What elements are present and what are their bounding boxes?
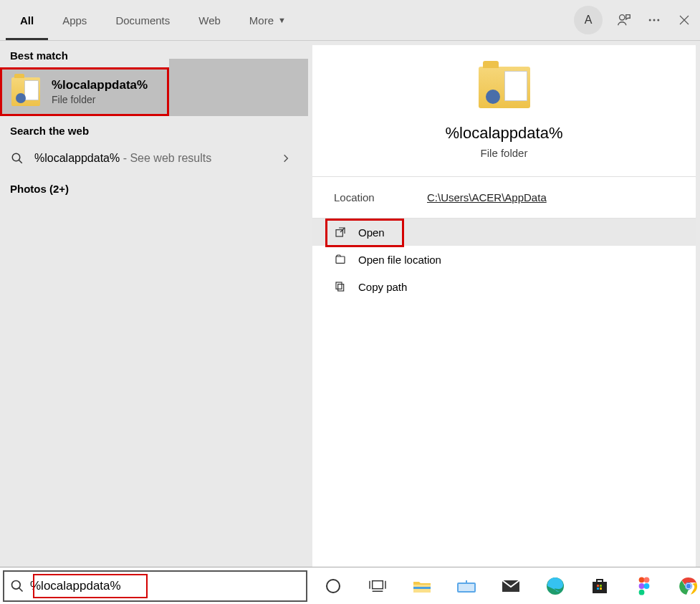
- best-match-title: %localappdata%: [52, 78, 148, 92]
- header-right: A: [574, 0, 693, 40]
- search-header: All Apps Documents Web More ▼ A: [0, 0, 700, 41]
- svg-point-3: [657, 19, 659, 21]
- web-search-text: %localappdata% - See web results: [34, 152, 271, 165]
- taskbar-apps: [322, 575, 700, 598]
- mail-icon[interactable]: [499, 575, 522, 598]
- search-web-label: Search the web: [0, 116, 308, 143]
- results-pane: Best match %localappdata% File folder Se…: [0, 41, 308, 567]
- folder-icon: [11, 77, 40, 106]
- svg-point-2: [653, 19, 656, 21]
- folder-icon-large: [479, 67, 530, 108]
- svg-rect-11: [373, 580, 383, 588]
- action-open-location[interactable]: Open file location: [312, 246, 696, 273]
- svg-rect-19: [600, 585, 602, 587]
- best-match-result[interactable]: %localappdata% File folder: [0, 67, 169, 116]
- svg-point-9: [12, 580, 21, 589]
- action-copy-path-label: Copy path: [358, 281, 407, 293]
- feedback-icon[interactable]: [615, 11, 633, 29]
- best-match-text: %localappdata% File folder: [52, 78, 148, 105]
- action-open-location-label: Open file location: [358, 254, 441, 266]
- search-input[interactable]: [30, 579, 302, 593]
- task-view-icon[interactable]: [366, 575, 389, 598]
- preview-title: %localappdata%: [446, 124, 563, 143]
- tab-documents[interactable]: Documents: [101, 0, 184, 40]
- preview-pane: %localappdata% File folder Location C:\U…: [312, 45, 696, 567]
- location-label: Location: [334, 191, 427, 203]
- svg-rect-8: [336, 282, 342, 289]
- preview-subtitle: File folder: [481, 147, 528, 159]
- action-open[interactable]: Open: [312, 219, 696, 246]
- svg-point-4: [12, 153, 20, 161]
- edge-icon[interactable]: [544, 575, 567, 598]
- svg-point-22: [639, 577, 645, 583]
- location-value[interactable]: C:\Users\ACER\AppData: [427, 191, 547, 203]
- tab-web[interactable]: Web: [184, 0, 235, 40]
- taskbar: [0, 567, 700, 604]
- svg-point-0: [620, 15, 625, 20]
- search-icon: [9, 579, 26, 593]
- more-options-icon[interactable]: [646, 11, 663, 29]
- selected-row-fill: [169, 59, 308, 116]
- svg-rect-15: [459, 584, 474, 591]
- file-explorer-icon[interactable]: [411, 575, 433, 598]
- best-match-subtitle: File folder: [52, 94, 148, 105]
- svg-point-24: [639, 583, 645, 589]
- preview-header: %localappdata% File folder: [312, 45, 696, 177]
- copy-icon: [334, 280, 347, 293]
- svg-point-26: [639, 589, 645, 595]
- action-copy-path[interactable]: Copy path: [312, 273, 696, 300]
- svg-rect-18: [597, 585, 599, 587]
- store-icon[interactable]: [588, 575, 611, 598]
- user-avatar[interactable]: A: [574, 6, 603, 34]
- svg-point-1: [649, 19, 651, 21]
- svg-rect-20: [597, 588, 599, 590]
- keyboard-icon[interactable]: [455, 575, 478, 598]
- main-area: Best match %localappdata% File folder Se…: [0, 41, 700, 567]
- tab-all[interactable]: All: [6, 0, 48, 40]
- location-row: Location C:\Users\ACER\AppData: [312, 177, 696, 219]
- chevron-right-icon: [281, 153, 291, 163]
- tab-more[interactable]: More ▼: [235, 0, 300, 40]
- folder-location-icon: [334, 253, 347, 266]
- svg-point-25: [644, 583, 650, 589]
- search-icon: [10, 151, 24, 166]
- svg-rect-6: [336, 257, 345, 263]
- chevron-down-icon: ▼: [278, 16, 286, 24]
- photos-section-label[interactable]: Photos (2+): [0, 174, 308, 203]
- tab-apps[interactable]: Apps: [48, 0, 101, 40]
- svg-rect-7: [338, 284, 344, 291]
- taskbar-search[interactable]: [3, 570, 307, 602]
- web-search-result[interactable]: %localappdata% - See web results: [0, 143, 308, 174]
- svg-point-10: [327, 580, 340, 593]
- svg-point-30: [686, 583, 691, 588]
- cortana-icon[interactable]: [322, 575, 345, 598]
- figma-icon[interactable]: [633, 575, 656, 598]
- action-open-label: Open: [358, 226, 385, 239]
- svg-rect-21: [600, 588, 602, 590]
- svg-point-23: [644, 577, 650, 583]
- open-icon: [334, 226, 347, 239]
- scope-tabs: All Apps Documents Web More ▼: [6, 0, 300, 40]
- close-icon[interactable]: [676, 11, 693, 29]
- svg-rect-13: [413, 587, 431, 589]
- chrome-icon[interactable]: [677, 575, 700, 598]
